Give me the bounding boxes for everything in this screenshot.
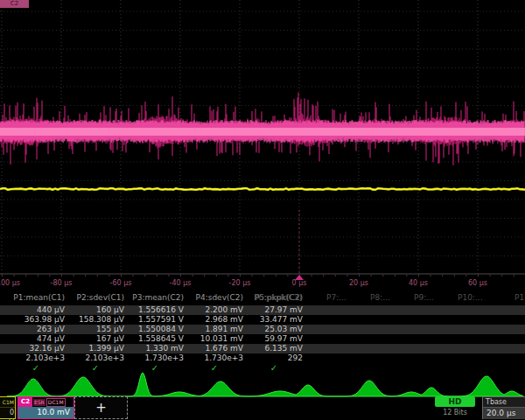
measure-value: 1.557591 V [126, 315, 184, 325]
measure-value: 1.730e+3 [126, 354, 184, 363]
measure-value: 1.891 mV [186, 325, 243, 334]
axis-label: -80 µs [51, 279, 73, 287]
measure-status-row: ✓✓✓✓✓ [0, 363, 525, 373]
measure-value: 292 [245, 354, 303, 363]
channel-c2-descriptor[interactable]: C2 ESR DC1M 10.0 mV [18, 396, 74, 419]
param-header-unused[interactable]: P10:... [458, 293, 483, 302]
param-header-unused[interactable]: P7:... [326, 293, 346, 302]
axis-label: -40 µs [170, 279, 192, 287]
measure-value: 160 µV [66, 305, 124, 315]
timebase-descriptor[interactable]: Tbase 20.0 µs [482, 396, 525, 419]
measure-value: 25.03 mV [245, 325, 303, 334]
measure-row: 32.16 µV1.399 µV1.330 mV1.676 mV6.135 mV [0, 344, 525, 354]
timebase-scale-value: 20.0 µs [483, 408, 525, 419]
axis-label: -100 µs [0, 279, 20, 287]
c2-channel-label: C2 [18, 397, 32, 407]
hd-bits-label: 12 Bits [435, 407, 475, 418]
param-header[interactable]: P1:mean(C1) [7, 293, 65, 302]
measure-value: 59.97 mV [245, 334, 303, 344]
measure-value: 2.968 mV [186, 315, 243, 325]
measure-value: 32.16 µV [7, 344, 65, 354]
oscilloscope-screen: C2 -100 µs-80 µs-60 µs-40 µs-20 µs0 µs20… [0, 0, 525, 420]
status-check-icon: ✓ [66, 363, 124, 374]
status-check-icon: ✓ [245, 363, 303, 374]
param-header-unused[interactable]: P9:... [414, 293, 434, 302]
measure-table-header: P1:mean(C1)P2:sdev(C1)P3:mean(C2)P4:sdev… [0, 291, 525, 304]
c2-coupling-badge: DC1M [46, 398, 66, 407]
measure-value: 2.103e+3 [7, 354, 65, 363]
measure-value: 1.730e+3 [186, 354, 243, 363]
measure-value: 1.558645 V [126, 334, 184, 344]
status-check-icon: ✓ [7, 363, 65, 374]
axis-label: -20 µs [229, 279, 251, 287]
measure-row: 440 µV160 µV1.556616 V2.200 mV27.97 mV [0, 305, 525, 315]
measure-row: 2.103e+32.103e+31.730e+31.730e+3292 [0, 354, 525, 363]
measure-value: 155 µV [66, 325, 124, 334]
measure-value: 263 µV [7, 325, 65, 334]
axis-label: 0 µs [292, 279, 307, 287]
measure-value: 1.399 µV [66, 344, 124, 354]
c2-esr-badge: ESR [33, 399, 46, 406]
measure-value: 1.676 mV [186, 344, 243, 354]
measure-value: 440 µV [7, 305, 65, 315]
measure-value: 158.308 µV [66, 315, 124, 325]
measure-value: 167 µV [66, 334, 124, 344]
axis-label: 20 µs [349, 279, 368, 287]
measure-value: 474 µV [7, 334, 65, 344]
measure-value: 1.550084 V [126, 325, 184, 334]
axis-label: -60 µs [110, 279, 132, 287]
status-check-icon: ✓ [186, 363, 243, 374]
param-header-unused[interactable]: P8:... [370, 293, 390, 302]
axis-label: 40 µs [409, 279, 428, 287]
measure-value: 33.477 mV [245, 315, 303, 325]
measure-value: 10.031 mV [186, 334, 243, 344]
param-header[interactable]: P3:mean(C2) [126, 293, 184, 302]
measure-value: 1.330 mV [126, 344, 184, 354]
measure-value: 2.200 mV [186, 305, 243, 315]
c2-scale-value: 10.0 mV [18, 407, 74, 418]
measure-row: 474 µV167 µV1.558645 V10.031 mV59.97 mV [0, 334, 525, 344]
timebase-label: Tbase [483, 397, 525, 408]
measure-value: 2.103e+3 [66, 354, 124, 363]
measure-value: 363.98 µV [7, 315, 65, 325]
param-header-unused[interactable]: P6:pkpk(C3) [254, 293, 302, 302]
time-axis: -100 µs-80 µs-60 µs-40 µs-20 µs0 µs20 µs… [0, 274, 525, 291]
measure-value: 1.556616 V [126, 305, 184, 315]
measure-row: 263 µV155 µV1.550084 V1.891 mV25.03 mV [0, 325, 525, 334]
measure-table[interactable]: P1:mean(C1)P2:sdev(C1)P3:mean(C2)P4:sdev… [0, 291, 525, 375]
axis-label: 60 µs [468, 279, 487, 287]
param-header[interactable]: P4:sdev(C2) [186, 293, 243, 302]
measure-value: 6.135 mV [245, 344, 303, 354]
param-header[interactable]: P2:sdev(C1) [66, 293, 124, 302]
trace-annotation-label: C2 [0, 0, 29, 8]
c1-coupling-badge: C1M [0, 397, 15, 408]
c1-scale-value: 0 mV [0, 408, 15, 420]
hd-mode-indicator[interactable]: HD 12 Bits [435, 396, 475, 419]
channel-c1-descriptor[interactable]: C1M 0 mV [0, 396, 16, 419]
add-trace-button[interactable]: + [74, 396, 128, 419]
status-check-icon: ✓ [126, 363, 184, 374]
measure-value: 27.97 mV [245, 305, 303, 315]
measure-row: 363.98 µV158.308 µV1.557591 V2.968 mV33.… [0, 315, 525, 325]
param-header-unused[interactable]: P11 [514, 293, 525, 302]
hd-badge: HD [435, 396, 475, 407]
